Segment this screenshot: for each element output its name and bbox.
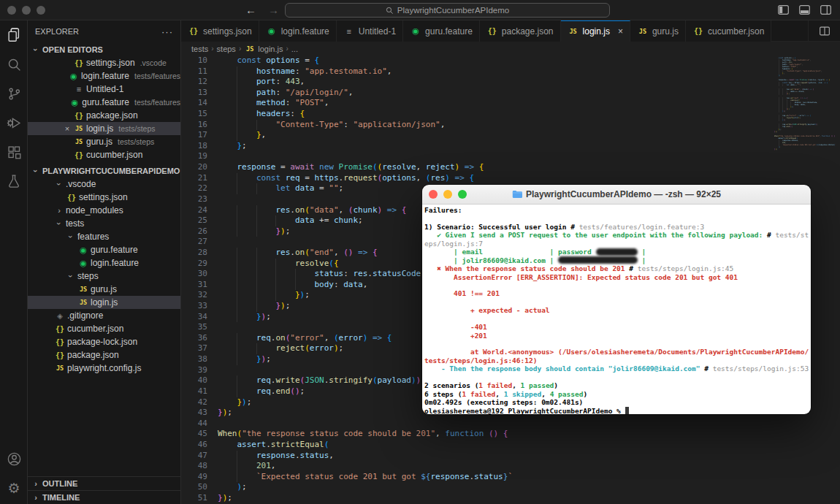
- line-number: 16: [181, 120, 207, 131]
- code-line-14[interactable]: method: "POST",: [218, 98, 513, 109]
- project-folder-header[interactable]: › PLAYWRIGHTCUCUMBERAPIDEMO: [28, 164, 180, 177]
- indent-guide: [218, 66, 237, 77]
- code-line-46[interactable]: assert.strictEqual(: [218, 440, 513, 451]
- code-line-16[interactable]: "Content-Type": "application/json",: [218, 120, 513, 131]
- code-line-44[interactable]: [218, 419, 513, 429]
- terminal-titlebar[interactable]: PlaywrightCucumberAPIdemo — -zsh — 92×25: [422, 185, 811, 205]
- search-sidebar-icon[interactable]: [0, 50, 28, 79]
- settings-gear-icon[interactable]: ⚙: [0, 473, 28, 503]
- code-line-51[interactable]: });: [774, 148, 815, 150]
- account-icon[interactable]: [0, 444, 28, 473]
- outline-section-header[interactable]: › OUTLINE: [28, 476, 180, 490]
- open-editor-item-settings.json[interactable]: {}settings.json.vscode: [28, 56, 180, 69]
- code-line-12[interactable]: port: 443,: [218, 77, 513, 88]
- back-arrow-icon[interactable]: ←: [245, 4, 256, 16]
- code-line-20[interactable]: response = await new Promise((resolve, r…: [218, 162, 513, 173]
- extensions-icon[interactable]: [0, 137, 28, 167]
- tab-login.feature[interactable]: ◉login.feature: [259, 20, 337, 42]
- open-editor-item-Untitled-1[interactable]: ≡Untitled-1: [28, 83, 180, 96]
- feature-file-icon: ◉: [266, 26, 278, 36]
- tree-label: guru.js: [91, 284, 117, 294]
- file-name: guru.feature: [82, 97, 129, 107]
- tab-cucumber.json[interactable]: {}cucumber.json: [686, 20, 771, 42]
- close-window-button[interactable]: [7, 6, 16, 15]
- tree-label: steps: [77, 271, 99, 281]
- sidebar-more-actions[interactable]: ···: [161, 26, 173, 37]
- tab-login.js[interactable]: JSlogin.js×: [561, 20, 630, 42]
- code-line-19[interactable]: [218, 151, 513, 162]
- minimap[interactable]: const options = {hostname: "app.testomat…: [774, 57, 815, 150]
- chevron-down-icon: ›: [66, 232, 75, 242]
- tree-item-features[interactable]: ›features: [28, 230, 180, 243]
- code-line-10[interactable]: const options = {: [218, 56, 513, 66]
- open-editor-item-package.json[interactable]: {}package.json: [28, 109, 180, 122]
- tab-guru.js[interactable]: JSguru.js: [630, 20, 686, 42]
- breadcrumb-item-tests[interactable]: tests: [191, 45, 208, 53]
- code-line-47[interactable]: response.status,: [218, 451, 513, 462]
- tab-Untitled-1[interactable]: ≡Untitled-1: [337, 20, 403, 42]
- tab-package.json[interactable]: {}package.json: [480, 20, 561, 42]
- explorer-icon[interactable]: [0, 20, 28, 50]
- code-line-21[interactable]: const req = https.request(options, (res)…: [218, 173, 513, 184]
- toggle-panel-icon[interactable]: [799, 5, 810, 15]
- tree-item-.vscode[interactable]: ›.vscode: [28, 177, 180, 191]
- breadcrumb[interactable]: tests›steps›JSlogin.js›...: [181, 42, 840, 56]
- code-line-49[interactable]: `Expected status code 201 but got ${resp…: [218, 472, 513, 483]
- testing-icon[interactable]: [0, 167, 28, 196]
- tree-item-cucumber.json[interactable]: {}cucumber.json: [28, 322, 180, 335]
- tree-item-steps[interactable]: ›steps: [28, 270, 180, 283]
- tab-label: package.json: [502, 26, 554, 37]
- open-editors-list: {}settings.json.vscode◉login.featuretest…: [28, 56, 180, 161]
- indent-guide: [218, 141, 237, 152]
- code-line-11[interactable]: hostname: "app.testomat.io",: [218, 66, 513, 77]
- tree-item-settings.json[interactable]: {}settings.json: [28, 191, 180, 204]
- open-editor-item-guru.js[interactable]: JSguru.jstests/steps: [28, 135, 180, 148]
- code-line-50[interactable]: );: [218, 482, 513, 493]
- timeline-section-header[interactable]: › TIMELINE: [28, 490, 180, 504]
- tree-item-.gitignore[interactable]: ◈.gitignore: [28, 309, 180, 322]
- minimize-window-button[interactable]: [22, 6, 31, 15]
- run-and-debug-icon[interactable]: [0, 108, 28, 137]
- forward-arrow-icon[interactable]: →: [268, 4, 279, 16]
- code-line-49[interactable]: `Expected status code 201 but got ${resp…: [774, 144, 815, 146]
- open-editor-item-cucumber.json[interactable]: {}cucumber.json: [28, 148, 180, 161]
- code-line-18[interactable]: };: [218, 141, 513, 152]
- code-line-13[interactable]: path: "/api/login/",: [218, 88, 513, 99]
- window-controls: [7, 6, 45, 15]
- zoom-window-button[interactable]: [37, 6, 45, 15]
- split-editor-icon[interactable]: [808, 20, 840, 42]
- open-editors-header[interactable]: › OPEN EDITORS: [28, 42, 180, 56]
- breadcrumb-item-...[interactable]: ...: [291, 45, 298, 53]
- feature-file-icon: ◉: [69, 98, 80, 107]
- tab-guru.feature[interactable]: ◉guru.feature: [403, 20, 480, 42]
- tree-item-playwright.config.js[interactable]: JSplaywright.config.js: [28, 362, 180, 375]
- code-line-15[interactable]: headers: {: [218, 109, 513, 120]
- close-tab-icon[interactable]: ×: [618, 26, 623, 37]
- tree-item-guru.feature[interactable]: ◉guru.feature: [28, 243, 180, 256]
- breadcrumb-item-login.js[interactable]: JSlogin.js: [244, 45, 283, 53]
- tree-item-node_modules[interactable]: ›node_modules: [28, 204, 180, 217]
- code-line-45[interactable]: When("the response status code should be…: [218, 429, 513, 440]
- toggle-secondary-sidebar-icon[interactable]: [820, 5, 831, 15]
- code-line-48[interactable]: 201,: [218, 461, 513, 472]
- tree-item-guru.js[interactable]: JSguru.js: [28, 283, 180, 296]
- breadcrumb-item-steps[interactable]: steps: [217, 45, 236, 53]
- close-editor-icon[interactable]: ×: [61, 124, 73, 133]
- code-line-51[interactable]: });: [218, 493, 513, 504]
- open-editor-item-guru.feature[interactable]: ◉guru.featuretests/features: [28, 96, 180, 109]
- open-editor-item-login.js[interactable]: ×JSlogin.jstests/steps: [28, 122, 180, 135]
- open-editor-item-login.feature[interactable]: ◉login.featuretests/features: [28, 69, 180, 83]
- code-line-17[interactable]: },: [218, 130, 513, 141]
- command-center-search[interactable]: PlaywrightCucumberAPIdemo: [285, 3, 610, 18]
- json-file-icon: {}: [486, 27, 498, 35]
- indent-guide: [218, 88, 237, 99]
- tab-settings.json[interactable]: {}settings.json: [181, 20, 259, 42]
- tree-item-login.js[interactable]: JSlogin.js: [28, 296, 180, 309]
- tree-item-package-lock.json[interactable]: {}package-lock.json: [28, 335, 180, 348]
- tree-item-package.json[interactable]: {}package.json: [28, 348, 180, 362]
- source-control-icon[interactable]: [0, 79, 28, 108]
- tree-item-login.feature[interactable]: ◉login.feature: [28, 256, 180, 270]
- tree-item-tests[interactable]: ›tests: [28, 217, 180, 230]
- toggle-sidebar-icon[interactable]: [778, 5, 789, 15]
- line-number: 40: [181, 375, 207, 386]
